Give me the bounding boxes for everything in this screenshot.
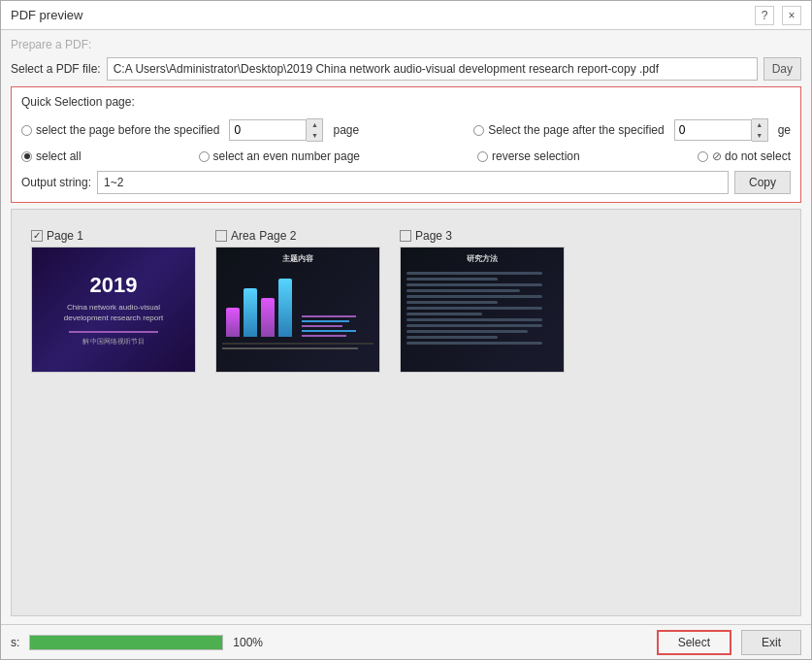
select-all-label: select all xyxy=(36,149,81,163)
after-increment-btn[interactable]: ▲ xyxy=(752,119,767,130)
prepare-label: Prepare a PDF: xyxy=(11,38,91,51)
page-2-label: Page 2 xyxy=(259,229,296,243)
pages-grid: Page 1 2019 China network audio-visual d… xyxy=(21,219,791,382)
before-decrement-btn[interactable]: ▼ xyxy=(307,130,322,141)
page-item-2: Area Page 2 主题内容 xyxy=(215,229,380,373)
help-button[interactable]: ? xyxy=(755,6,774,25)
reverse-radio[interactable] xyxy=(477,151,488,162)
after-radio[interactable] xyxy=(473,125,484,136)
even-label: select an even number page xyxy=(213,149,360,163)
after-decrement-btn[interactable]: ▼ xyxy=(752,130,767,141)
prepare-row: Prepare a PDF: xyxy=(11,38,801,51)
before-unit-label: page xyxy=(333,123,359,137)
page-1-year: 2019 xyxy=(90,273,138,298)
before-value-input[interactable] xyxy=(229,119,307,141)
select-button[interactable]: Select xyxy=(657,630,731,655)
page-1-title: China network audio-visual development r… xyxy=(64,302,163,323)
page-2-content: 主题内容 xyxy=(216,248,379,372)
bar-3 xyxy=(261,298,275,337)
page-item-1: Page 1 2019 China network audio-visual d… xyxy=(31,229,196,373)
output-label: Output string: xyxy=(21,176,91,189)
do-not-group: ⊘ do not select xyxy=(698,149,791,163)
page-2-title: 主题内容 xyxy=(222,253,374,264)
after-radio-group: Select the page after the specified xyxy=(473,123,664,137)
file-select-label: Select a PDF file: xyxy=(11,62,101,76)
main-content: Prepare a PDF: Select a PDF file: Day Qu… xyxy=(1,30,811,624)
after-unit-label: ge xyxy=(778,123,791,137)
preview-area[interactable]: Page 1 2019 China network audio-visual d… xyxy=(11,209,801,616)
file-row: Select a PDF file: Day xyxy=(11,57,801,81)
quick-selection-box: Quick Selection page: select the page be… xyxy=(11,86,801,203)
window-title: PDF preview xyxy=(11,8,82,22)
page-1-content: 2019 China network audio-visual developm… xyxy=(32,248,195,372)
select-all-group: select all xyxy=(21,149,81,163)
output-input[interactable] xyxy=(97,171,729,194)
reverse-group: reverse selection xyxy=(477,149,580,163)
before-spinner-btns: ▲ ▼ xyxy=(307,118,323,142)
progress-bar-wrap xyxy=(29,635,223,650)
page-2-header: Area Page 2 xyxy=(215,229,296,243)
page-1-header: Page 1 xyxy=(31,229,83,243)
after-spinner-btns: ▲ ▼ xyxy=(752,118,768,142)
bar-4 xyxy=(278,279,292,337)
bar-1 xyxy=(226,308,240,337)
reverse-label: reverse selection xyxy=(492,149,580,163)
even-group: select an even number page xyxy=(199,149,360,163)
page-2-area-label: Area xyxy=(231,229,255,243)
page-1-label: Page 1 xyxy=(47,229,83,243)
page-3-content: 研究方法 xyxy=(401,248,564,372)
before-spinner: ▲ ▼ xyxy=(229,118,323,142)
title-bar-controls: ? × xyxy=(755,6,801,25)
file-path-input[interactable] xyxy=(107,57,758,81)
title-bar-left: PDF preview xyxy=(11,8,82,22)
page-1-divider xyxy=(69,331,157,333)
progress-percent: 100% xyxy=(233,636,263,649)
page-3-checkbox[interactable] xyxy=(400,230,411,242)
after-value-input[interactable] xyxy=(674,119,752,141)
even-radio[interactable] xyxy=(199,151,210,162)
progress-bar-fill xyxy=(30,636,222,649)
pdf-preview-window: PDF preview ? × Prepare a PDF: Select a … xyxy=(0,0,812,660)
page-1-thumbnail[interactable]: 2019 China network audio-visual developm… xyxy=(31,247,196,373)
bar-2 xyxy=(244,288,257,337)
after-spinner: ▲ ▼ xyxy=(674,118,768,142)
page-3-header: Page 3 xyxy=(400,229,452,243)
select-all-radio[interactable] xyxy=(21,151,32,162)
quick-row-spinners: select the page before the specified ▲ ▼… xyxy=(21,118,791,142)
page-item-3: Page 3 研究方法 xyxy=(400,229,565,373)
exit-button[interactable]: Exit xyxy=(741,630,801,655)
browse-button[interactable]: Day xyxy=(763,57,801,81)
page-2-checkbox[interactable] xyxy=(215,230,227,242)
quick-row-options: select all select an even number page re… xyxy=(21,149,791,163)
do-not-radio[interactable] xyxy=(698,151,708,162)
page-1-sub: 解 中国网络视听节目 xyxy=(82,337,146,346)
page-3-thumbnail[interactable]: 研究方法 xyxy=(400,247,565,373)
bottom-bar: s: 100% Select Exit xyxy=(1,624,811,659)
after-label: Select the page after the specified xyxy=(488,123,664,137)
copy-button[interactable]: Copy xyxy=(734,171,791,194)
page-3-label: Page 3 xyxy=(415,229,452,243)
before-radio[interactable] xyxy=(21,125,32,136)
page-2-thumbnail[interactable]: 主题内容 xyxy=(215,247,380,373)
progress-label: s: xyxy=(11,636,19,649)
page-3-text-lines xyxy=(406,272,558,345)
before-label: select the page before the specified xyxy=(36,123,219,137)
page-1-checkbox[interactable] xyxy=(31,230,43,242)
close-button[interactable]: × xyxy=(782,6,801,25)
before-radio-group: select the page before the specified xyxy=(21,123,219,137)
title-bar: PDF preview ? × xyxy=(1,1,811,30)
page-3-title: 研究方法 xyxy=(406,253,558,264)
quick-selection-title: Quick Selection page: xyxy=(21,95,791,109)
output-row: Output string: Copy xyxy=(21,171,791,194)
before-increment-btn[interactable]: ▲ xyxy=(307,119,322,130)
do-not-label: ⊘ do not select xyxy=(712,149,791,163)
